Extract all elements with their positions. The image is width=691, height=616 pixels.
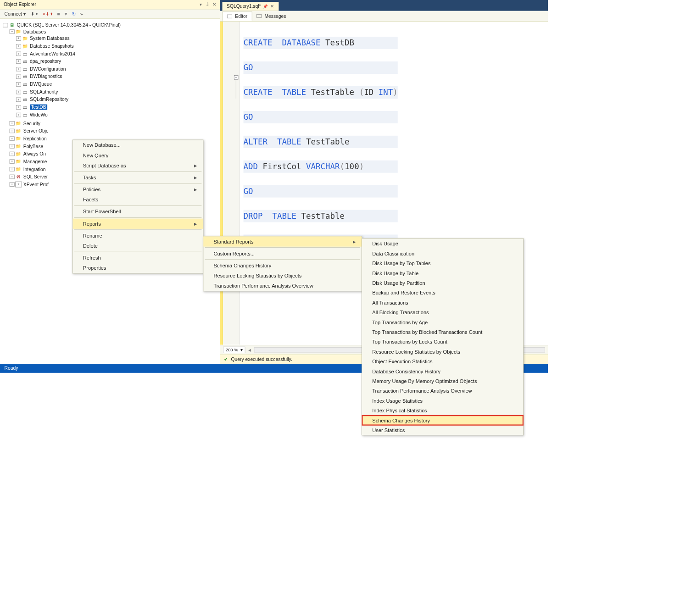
menu-standard-report-item[interactable]: Disk Usage by Top Tables xyxy=(362,258,523,268)
expander-icon[interactable]: + xyxy=(10,159,15,164)
system-databases-node[interactable]: System Databases xyxy=(30,36,70,41)
database-node[interactable]: TestDB xyxy=(30,105,47,110)
menu-schema-changes-history[interactable]: Schema Changes History xyxy=(203,261,362,271)
expander-icon[interactable]: + xyxy=(16,112,21,117)
menu-reports[interactable]: Reports▶ xyxy=(73,219,203,229)
expander-icon[interactable]: + xyxy=(16,82,21,87)
filter-icon[interactable]: ▼ xyxy=(63,11,68,17)
dropdown-icon[interactable]: ▾ xyxy=(200,2,202,7)
activity-icon[interactable]: ∿ xyxy=(79,11,84,17)
expander-icon[interactable]: + xyxy=(16,36,21,41)
expander-icon[interactable]: + xyxy=(10,144,15,149)
menu-standard-report-item[interactable]: Disk Usage by Partition xyxy=(362,278,523,288)
database-node[interactable]: DWConfiguration xyxy=(30,66,66,72)
expander-icon[interactable]: + xyxy=(10,167,15,172)
menu-properties[interactable]: Properties xyxy=(73,263,203,273)
expander-icon[interactable]: + xyxy=(10,129,15,133)
menu-standard-report-item[interactable]: Index Usage Statistics xyxy=(362,396,523,405)
expander-icon[interactable]: + xyxy=(10,152,15,156)
menu-standard-report-item[interactable]: Object Execution Statistics xyxy=(362,356,523,366)
expander-icon[interactable]: + xyxy=(16,44,21,49)
menu-standard-report-item[interactable]: Disk Usage by Table xyxy=(362,268,523,277)
menu-resource-locking-stats[interactable]: Resource Locking Statistics by Objects xyxy=(203,271,362,281)
database-node[interactable]: DWQueue xyxy=(30,82,52,87)
server-folder-node[interactable]: Replication xyxy=(23,136,47,141)
menu-standard-report-item[interactable]: User Statistics xyxy=(362,425,523,435)
expander-icon[interactable]: + xyxy=(16,74,21,79)
zoom-level[interactable]: 200 % ▾ xyxy=(223,347,245,353)
server-folder-node[interactable]: Always On xyxy=(23,151,46,156)
expander-icon[interactable]: + xyxy=(10,121,15,126)
expander-icon[interactable]: + xyxy=(10,182,15,187)
database-icon: 🗃 xyxy=(22,74,28,80)
menu-tasks[interactable]: Tasks▶ xyxy=(73,172,203,183)
menu-facets[interactable]: Facets xyxy=(73,194,203,205)
expander-icon[interactable]: + xyxy=(16,59,21,64)
server-folder-node[interactable]: Integration xyxy=(23,166,46,172)
expander-icon[interactable]: + xyxy=(16,97,21,102)
expander-icon[interactable]: − xyxy=(3,23,8,28)
scroll-left-icon[interactable]: ◀ xyxy=(248,348,251,352)
close-icon[interactable]: ✕ xyxy=(270,4,274,9)
menu-delete[interactable]: Delete xyxy=(73,241,203,251)
server-folder-node[interactable]: Security xyxy=(23,121,40,126)
pin-icon[interactable]: ⇩ xyxy=(206,2,209,7)
database-node[interactable]: AdventureWorks2014 xyxy=(30,51,75,56)
fold-icon[interactable]: − xyxy=(234,75,239,80)
menu-standard-report-item[interactable]: All Blocking Transactions xyxy=(362,307,523,317)
menu-standard-report-item[interactable]: Index Physical Statistics xyxy=(362,405,523,415)
connect-button[interactable]: Connect ▾ xyxy=(3,11,27,17)
expander-icon[interactable]: + xyxy=(16,51,21,56)
menu-standard-report-item[interactable]: Data Classification xyxy=(362,249,523,258)
menu-script-database-as[interactable]: Script Database as▶ xyxy=(73,161,203,171)
expander-icon[interactable]: + xyxy=(16,105,21,110)
menu-standard-report-item[interactable]: Disk Usage xyxy=(362,239,523,248)
stop-icon[interactable]: ×⬇✦ xyxy=(43,11,53,17)
refresh-icon[interactable]: ↻ xyxy=(72,11,76,17)
menu-policies[interactable]: Policies▶ xyxy=(73,184,203,194)
expander-icon[interactable]: + xyxy=(10,136,15,141)
menu-rename[interactable]: Rename xyxy=(73,231,203,241)
menu-new-database[interactable]: New Database... xyxy=(73,140,203,150)
menu-transaction-perf-overview[interactable]: Transaction Performance Analysis Overvie… xyxy=(203,281,362,291)
databases-node[interactable]: Databases xyxy=(23,29,46,34)
server-folder-node[interactable]: SQL Server xyxy=(23,174,48,179)
menu-standard-report-item[interactable]: Resource Locking Statistics by Objects xyxy=(362,347,523,356)
menu-standard-report-item[interactable]: All Transactions xyxy=(362,298,523,307)
database-node[interactable]: dpa_repository xyxy=(30,59,61,64)
menu-standard-reports[interactable]: Standard Reports▶ xyxy=(203,236,362,246)
database-snapshots-node[interactable]: Database Snapshots xyxy=(30,43,74,49)
server-folder-node[interactable]: PolyBase xyxy=(23,144,44,149)
pin-icon[interactable]: 📌 xyxy=(263,4,268,9)
database-node[interactable]: SQLAuthority xyxy=(30,89,58,94)
menu-custom-reports[interactable]: Custom Reports... xyxy=(203,249,362,259)
subtab-messages[interactable]: Messages xyxy=(252,11,290,20)
database-node[interactable]: DWDiagnostics xyxy=(30,74,62,79)
menu-new-query[interactable]: New Query xyxy=(73,150,203,161)
menu-start-powershell[interactable]: Start PowerShell xyxy=(73,206,203,216)
menu-standard-report-item[interactable]: Memory Usage By Memory Optimized Objects xyxy=(362,376,523,386)
expander-icon[interactable]: + xyxy=(16,89,21,94)
server-folder-node[interactable]: XEvent Prof xyxy=(23,182,49,187)
menu-refresh[interactable]: Refresh xyxy=(73,253,203,263)
server-folder-node[interactable]: Manageme xyxy=(23,159,47,164)
close-icon[interactable]: ✕ xyxy=(212,2,216,7)
subtab-editor[interactable]: Editor xyxy=(223,11,252,21)
editor-tab-sqlquery1[interactable]: SQLQuery1.sql* 📌 ✕ xyxy=(223,2,279,11)
server-node[interactable]: QUICK (SQL Server 14.0.3045.24 - QUICK\P… xyxy=(17,22,121,28)
menu-standard-report-item[interactable]: Database Consistency History xyxy=(362,366,523,376)
menu-standard-report-item[interactable]: Top Transactions by Blocked Transactions… xyxy=(362,327,523,337)
disconnect-icon[interactable]: ⬇✦ xyxy=(31,11,39,17)
menu-standard-report-item[interactable]: Transaction Performance Analysis Overvie… xyxy=(362,386,523,395)
expander-icon[interactable]: − xyxy=(10,29,15,34)
expander-icon[interactable]: + xyxy=(10,175,15,179)
server-folder-node[interactable]: Server Obje xyxy=(23,128,49,134)
menu-standard-report-item[interactable]: Top Transactions by Locks Count xyxy=(362,337,523,346)
database-node[interactable]: SQLdmRepository xyxy=(30,97,68,102)
menu-standard-report-item[interactable]: Schema Changes History xyxy=(362,416,523,425)
square-icon[interactable]: ■ xyxy=(57,11,60,17)
expander-icon[interactable]: + xyxy=(16,67,21,72)
menu-standard-report-item[interactable]: Backup and Restore Events xyxy=(362,288,523,297)
menu-standard-report-item[interactable]: Top Transactions by Age xyxy=(362,317,523,327)
database-node[interactable]: WideWo xyxy=(30,112,48,117)
